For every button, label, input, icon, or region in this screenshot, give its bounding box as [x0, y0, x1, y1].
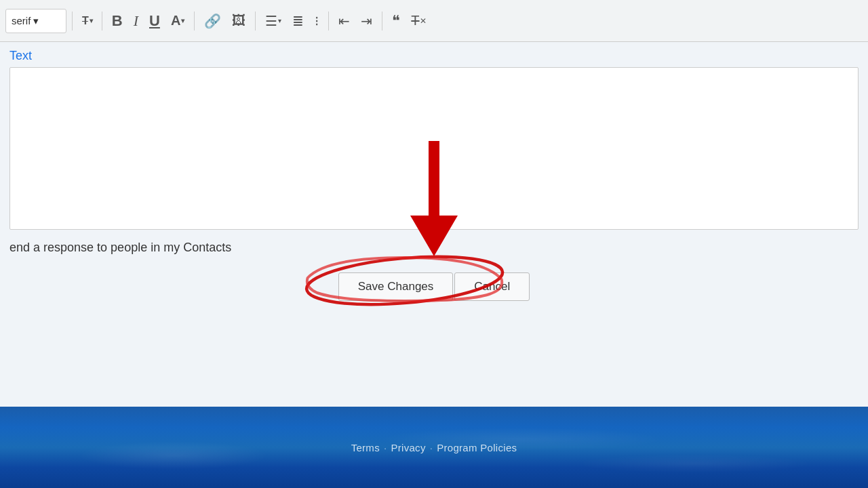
- toolbar-separator-5: [328, 12, 329, 30]
- indent-less-button[interactable]: ⇤: [334, 9, 354, 33]
- font-selector[interactable]: serif ▾: [5, 9, 66, 33]
- image-button[interactable]: 🖼: [228, 9, 250, 33]
- font-dropdown-arrow: ▾: [33, 15, 39, 27]
- main-content: Text end a response to people in my Cont…: [0, 42, 868, 488]
- buttons-row: Save Changes Cancel: [0, 263, 868, 301]
- footer: Terms · Privacy · Program Policies: [0, 407, 868, 488]
- footer-terms-link[interactable]: Terms: [351, 442, 380, 453]
- toolbar-separator-2: [102, 12, 102, 30]
- toolbar-separator-4: [255, 12, 256, 30]
- text-style-button[interactable]: T ▾: [78, 9, 96, 33]
- indent-more-button[interactable]: ⇥: [357, 9, 376, 33]
- save-changes-button[interactable]: Save Changes: [338, 272, 454, 301]
- remove-formatting-button[interactable]: T ✕: [407, 9, 430, 33]
- numbered-list-button[interactable]: ≣: [288, 9, 308, 33]
- footer-privacy-link[interactable]: Privacy: [391, 442, 425, 453]
- italic-button[interactable]: I: [130, 9, 142, 33]
- footer-dot-2: ·: [430, 442, 433, 453]
- text-label: Text: [0, 42, 41, 67]
- font-selector-label: serif: [12, 15, 31, 26]
- bold-button[interactable]: B: [108, 9, 127, 33]
- underline-button[interactable]: U: [145, 9, 164, 33]
- toolbar-separator-6: [382, 12, 382, 30]
- toolbar-separator-1: [72, 12, 73, 30]
- editor-toolbar: serif ▾ T ▾ B I U A ▾ 🔗 🖼 ☰ ▾ ≣ ⁝ ⇤: [0, 0, 868, 42]
- editor-area[interactable]: [9, 67, 859, 230]
- cancel-button[interactable]: Cancel: [454, 272, 530, 301]
- footer-links: Terms · Privacy · Program Policies: [351, 442, 517, 453]
- footer-dot-1: ·: [384, 442, 387, 453]
- toolbar-separator-3: [194, 12, 195, 30]
- contacts-line: end a response to people in my Contacts: [0, 230, 241, 263]
- link-button[interactable]: 🔗: [200, 9, 225, 33]
- align-button[interactable]: ☰ ▾: [261, 9, 285, 33]
- font-color-button[interactable]: A ▾: [167, 9, 189, 33]
- quote-button[interactable]: ❝: [388, 9, 404, 33]
- bullet-list-button[interactable]: ⁝: [311, 9, 323, 33]
- footer-program-policies-link[interactable]: Program Policies: [437, 442, 517, 453]
